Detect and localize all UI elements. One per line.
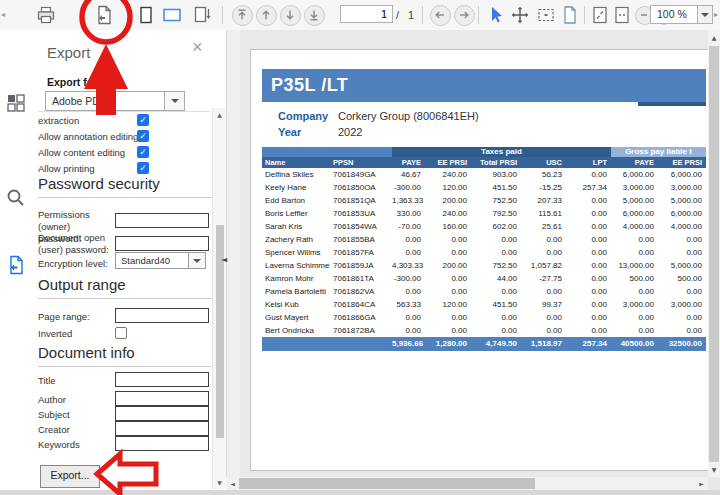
zoom-dropdown-button[interactable] [697, 5, 713, 24]
scroll-left-icon[interactable]: ◄ [226, 480, 239, 487]
totals-cell: 32500.00 [658, 337, 706, 351]
horizontal-scrollbar[interactable]: ◄ ► [226, 477, 708, 490]
page-range-field[interactable] [115, 308, 209, 323]
export-button-toolbar[interactable] [92, 4, 116, 26]
fit-page-button[interactable] [590, 4, 610, 26]
table-cell: 0.00 [471, 285, 521, 298]
back-view-button[interactable] [428, 4, 452, 26]
table-cell: 0.00 [425, 246, 471, 259]
table-cell: Pamela Bartoletti [262, 285, 330, 298]
table-cell: 0.00 [521, 285, 566, 298]
toolbar-separator [478, 6, 479, 24]
vertical-scrollbar-thumb[interactable] [709, 46, 719, 462]
encryption-dropdown-button[interactable] [188, 252, 206, 269]
table-group-header [262, 147, 392, 157]
horizontal-scrollbar-thumb[interactable] [239, 478, 535, 489]
zoom-level-display[interactable]: 100 % [650, 5, 698, 24]
fit-width-view-button[interactable] [160, 4, 184, 26]
next-page-button[interactable] [278, 4, 302, 26]
first-page-button[interactable] [230, 4, 254, 26]
section-rule [38, 298, 211, 299]
info-field-label: Creator [38, 424, 70, 435]
table-cell: 3,000.00 [658, 298, 706, 311]
table-cell: Gust Mayert [262, 311, 330, 324]
keywords-field[interactable] [115, 436, 209, 451]
info-field-label: Author [38, 394, 66, 405]
user-password-label: Document open (user) password: [38, 232, 114, 256]
select-tool-button[interactable] [484, 4, 508, 26]
scroll-up-icon[interactable]: ▲ [213, 111, 226, 118]
scroll-up-icon[interactable]: ▲ [708, 34, 720, 41]
search-panel-button[interactable] [6, 188, 26, 208]
encryption-level-select[interactable]: Standard40 [115, 252, 189, 269]
table-cell: 240.00 [425, 168, 471, 181]
single-page-view-button[interactable] [134, 4, 158, 26]
table-cell: Zachery Rath [262, 233, 330, 246]
table-cell: 4,000.00 [658, 220, 706, 233]
table-cell: 7061866GA [330, 311, 392, 324]
year-value: 2022 [338, 126, 362, 138]
toolbar-overflow-right-icon[interactable]: ▸ [714, 10, 718, 19]
permission-checkbox[interactable]: ✓ [137, 146, 149, 158]
encryption-level-label: Encryption level: [38, 258, 114, 270]
table-cell: 451.50 [471, 298, 521, 311]
table-row: Kelsi Kub7061864CA563.33120.00451.5099.3… [262, 298, 706, 311]
totals-cell: 257.34 [566, 337, 611, 351]
page-separator: / [396, 9, 399, 21]
permission-checkbox[interactable]: ✓ [137, 130, 149, 142]
permission-checkbox[interactable]: ✓ [137, 114, 149, 126]
print-button[interactable] [34, 4, 58, 26]
owner-password-field[interactable] [115, 213, 209, 228]
inverted-checkbox[interactable] [115, 327, 127, 339]
export-panel-button[interactable] [6, 255, 26, 275]
author-field[interactable] [115, 391, 209, 406]
last-page-button[interactable] [302, 4, 326, 26]
page-tool-button[interactable] [558, 4, 582, 26]
table-cell: 0.00 [471, 324, 521, 337]
creator-field[interactable] [115, 421, 209, 436]
table-cell: 0.00 [611, 233, 658, 246]
export-format-dropdown-button[interactable] [164, 91, 185, 111]
scroll-down-icon[interactable]: ▼ [708, 466, 720, 473]
panel-scrollbar[interactable]: ▲ ▼ [212, 108, 226, 489]
forward-view-button[interactable] [452, 4, 476, 26]
actual-size-button[interactable] [612, 4, 632, 26]
table-cell: Sarah Kris [262, 220, 330, 233]
report-title: P35L /LT [262, 69, 706, 102]
table-cell: 0.00 [658, 246, 706, 259]
subject-field[interactable] [115, 406, 209, 421]
permission-label: Allow printing [38, 163, 95, 174]
snapshot-tool-button[interactable] [534, 4, 558, 26]
thumbnails-panel-button[interactable] [6, 93, 26, 113]
table-cell: 0.00 [566, 220, 611, 233]
table-cell: Spencer Willms [262, 246, 330, 259]
close-panel-button[interactable]: × [192, 38, 203, 56]
scroll-right-icon[interactable]: ► [695, 480, 708, 487]
report-page: P35L /LT Company Corkery Group (8006841E… [250, 49, 708, 471]
toolbar-overflow-left-icon[interactable]: ◂ [1, 10, 5, 19]
export-button[interactable]: Export... [40, 465, 100, 488]
scroll-down-icon[interactable]: ▼ [213, 479, 226, 486]
user-password-field[interactable] [115, 236, 209, 251]
table-cell: 0.00 [521, 233, 566, 246]
vertical-scrollbar[interactable]: ▲ ▼ [708, 30, 720, 477]
table-cell: 0.00 [658, 233, 706, 246]
pan-tool-button[interactable] [508, 4, 532, 26]
column-header: USC [521, 157, 566, 168]
arrow-down-icon [284, 9, 296, 21]
table-header-row: NamePPSNPAYEEE PRSITotal PRSIUSCLPTPAYEE… [262, 157, 706, 168]
title-field[interactable] [115, 372, 209, 387]
permission-checkbox[interactable]: ✓ [137, 162, 149, 174]
permission-label: Allow annotation editing [38, 131, 138, 142]
table-row: Edd Barton7061851QA1,363.33200.00752.502… [262, 194, 706, 207]
table-cell: 7061854WA [330, 220, 392, 233]
table-row: Sarah Kris7061854WA-70.00160.00602.0025.… [262, 220, 706, 233]
table-cell: Keely Hane [262, 181, 330, 194]
previous-page-button[interactable] [254, 4, 278, 26]
table-cell: Kelsi Kub [262, 298, 330, 311]
continuous-view-button[interactable] [190, 4, 214, 26]
collapse-panel-handle[interactable]: ◄ [221, 255, 227, 264]
table-cell: 0.00 [392, 324, 425, 337]
page-number-input[interactable] [340, 5, 393, 23]
section-rule [38, 366, 211, 367]
